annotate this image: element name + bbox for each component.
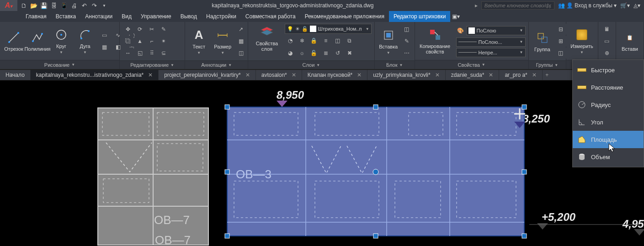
array-icon[interactable]: ⠿: [146, 48, 157, 59]
close-icon[interactable]: ✕: [435, 72, 440, 78]
file-tab-start[interactable]: Начало: [0, 70, 31, 80]
tab-insert[interactable]: Вставка: [51, 11, 81, 22]
open-icon[interactable]: 📂: [29, 1, 38, 10]
arc-button[interactable]: Дуга▼: [74, 27, 96, 55]
help-icon[interactable]: ◬▾: [633, 2, 640, 9]
exchange-icon[interactable]: 🛒▾: [620, 2, 630, 9]
save-icon[interactable]: 💾: [39, 1, 48, 10]
close-icon[interactable]: ✕: [357, 72, 362, 78]
undo-icon[interactable]: ↶: [80, 1, 89, 10]
layers-panel-title[interactable]: Слои ▼: [248, 60, 374, 69]
layer-off-icon[interactable]: ◔: [285, 35, 296, 46]
groups-panel-title[interactable]: Группы ▼: [529, 60, 566, 69]
annot-panel-title[interactable]: Аннотации ▼: [185, 60, 248, 69]
layer-unlock-icon[interactable]: 🔓: [309, 48, 319, 59]
tab-view[interactable]: Вид: [117, 11, 136, 22]
circle-button[interactable]: Круг▼: [50, 27, 72, 55]
draw-panel-title[interactable]: Рисование ▼: [0, 60, 119, 69]
search-input[interactable]: [481, 1, 554, 10]
attr-icon[interactable]: ⋯: [401, 48, 412, 59]
close-icon[interactable]: ✕: [532, 72, 537, 78]
text-button[interactable]: A Текст▼: [188, 27, 210, 56]
explode-icon[interactable]: ✴: [158, 36, 169, 47]
mirror-icon[interactable]: ▲: [134, 36, 145, 47]
qat-more-icon[interactable]: ▼: [100, 1, 109, 10]
rect-icon[interactable]: ▭: [98, 30, 111, 41]
close-icon[interactable]: ✕: [148, 72, 153, 78]
file-tab[interactable]: uzly_primykania_krovli*✕: [367, 70, 445, 80]
tab-manage[interactable]: Управление: [136, 11, 176, 22]
table-icon[interactable]: ▦: [235, 36, 246, 47]
menu-distance[interactable]: Расстояние: [573, 79, 644, 96]
menu-radius[interactable]: Радиус: [573, 96, 644, 113]
linetype-combo[interactable]: Непре...▼: [456, 48, 526, 57]
redo-icon[interactable]: ↷: [90, 1, 99, 10]
layer-properties-button[interactable]: Свойства слоя: [251, 24, 282, 53]
match-properties-button[interactable]: Копирование свойств: [418, 27, 452, 55]
fillet-icon[interactable]: ⌐: [146, 36, 157, 47]
saveas-icon[interactable]: 🗄: [49, 1, 59, 10]
tab-annotate[interactable]: Аннотации: [80, 11, 117, 22]
layer-prev-icon[interactable]: ↺: [332, 48, 343, 59]
color-wheel-icon[interactable]: 🎨: [456, 25, 465, 36]
layer-freeze-icon[interactable]: ❄: [297, 35, 308, 46]
polyline-button[interactable]: Полилиния: [27, 29, 48, 53]
layer-states-icon[interactable]: ≡: [320, 35, 331, 46]
share-arrow-icon[interactable]: ▸: [475, 2, 478, 9]
close-icon[interactable]: ✕: [292, 72, 296, 78]
file-tab[interactable]: zdanie_suda*✕: [446, 70, 500, 80]
app-logo[interactable]: A▾: [0, 0, 17, 11]
move-icon[interactable]: ✥: [122, 24, 133, 35]
calc-icon[interactable]: 🖩: [601, 24, 612, 35]
file-tab[interactable]: project_pereplanirovki_kvartiry*✕: [159, 70, 255, 80]
group-bbox-icon[interactable]: ◫: [555, 48, 566, 59]
tab-featured[interactable]: Рекомендованные приложения: [300, 11, 389, 22]
block-panel-title[interactable]: Блок ▼: [375, 60, 415, 69]
file-tab[interactable]: ar_pro a*✕: [499, 70, 542, 80]
group-edit-icon[interactable]: ⊞: [555, 36, 566, 47]
select-icon[interactable]: ▭: [601, 36, 612, 47]
edit-block-icon[interactable]: ✎: [401, 36, 412, 47]
signin-button[interactable]: 👥 👤 Вход в службы ▾: [558, 2, 617, 9]
layer-iso-icon[interactable]: ◫: [332, 35, 343, 46]
layer-lock-icon[interactable]: 🔒: [309, 35, 319, 46]
tab-addins[interactable]: Надстройки: [202, 11, 241, 22]
tab-hatch-editor[interactable]: Редактор штриховки: [389, 11, 450, 22]
layer-delete-icon[interactable]: ✖: [344, 48, 355, 59]
leader-icon[interactable]: ↗: [235, 24, 246, 35]
copy-icon[interactable]: ⿻: [122, 36, 133, 47]
point-icon[interactable]: ⊕: [601, 48, 612, 59]
paste-button[interactable]: 📋 Встави: [619, 29, 641, 53]
menu-quick[interactable]: Быстрое: [573, 61, 644, 79]
rotate-icon[interactable]: ⟳: [134, 24, 145, 35]
close-icon[interactable]: ✕: [245, 72, 250, 78]
tab-output[interactable]: Вывод: [176, 11, 202, 22]
lineweight-combo[interactable]: ПоСлою...▼: [456, 37, 526, 47]
layer-match-icon[interactable]: ≣: [320, 48, 331, 59]
layer-combo[interactable]: 💡 ☀ 🔓 Штриховка_Ном..п ▼: [285, 24, 372, 34]
field-icon[interactable]: ◫: [235, 48, 246, 59]
file-tab[interactable]: avtosalon*✕: [256, 70, 302, 80]
insert-block-button[interactable]: Вставка▼: [378, 27, 399, 56]
tab-collaborate[interactable]: Совместная работа: [241, 11, 300, 22]
tab-home[interactable]: Главная: [21, 11, 51, 22]
dimension-button[interactable]: Размер▼: [212, 27, 234, 56]
layer-thaw-icon[interactable]: ☼: [297, 48, 308, 59]
drawing-canvas[interactable]: 8,950 8,250 +5,200 4,95 OB—7 OB—7: [0, 80, 644, 246]
line-button[interactable]: Отрезок: [3, 29, 25, 53]
web-icon[interactable]: 📱: [59, 1, 69, 10]
stretch-icon[interactable]: ↔: [122, 48, 133, 59]
scale-icon[interactable]: ◱: [134, 48, 145, 59]
modify-panel-title[interactable]: Редактирование ▼: [120, 60, 185, 69]
file-tab[interactable]: Клапан пусковой*✕: [302, 70, 368, 80]
new-tab-icon[interactable]: +: [543, 70, 552, 80]
erase-icon[interactable]: ✎: [158, 24, 169, 35]
measure-button[interactable]: Измерить▼: [569, 27, 595, 55]
props-panel-title[interactable]: Свойства ▼: [415, 60, 528, 69]
group-button[interactable]: Группа: [532, 30, 554, 53]
create-block-icon[interactable]: ◫: [401, 24, 412, 35]
ungroup-icon[interactable]: ⊟: [555, 24, 566, 35]
color-combo[interactable]: ПоСлою▼: [466, 26, 526, 35]
close-icon[interactable]: ✕: [489, 72, 493, 78]
plot-icon[interactable]: 🖨: [69, 1, 79, 10]
